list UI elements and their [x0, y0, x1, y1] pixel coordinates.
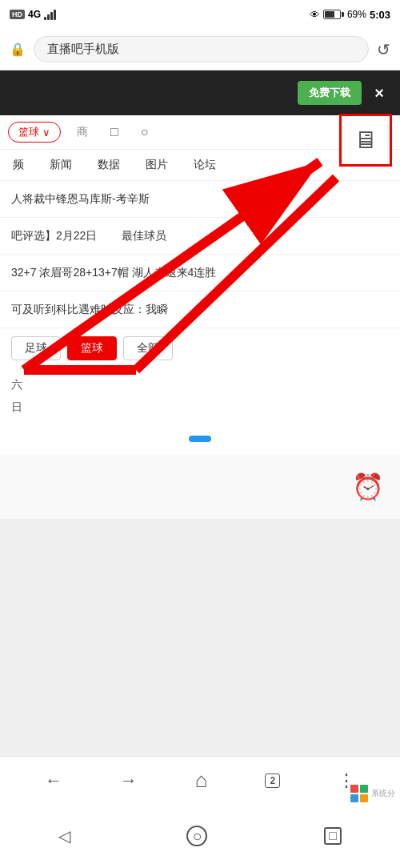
win-tile-yellow: [360, 794, 368, 802]
sport-filter-pill[interactable]: 篮球 ∨: [8, 122, 61, 143]
win-tile-green: [360, 785, 368, 793]
nav-tab-icon1[interactable]: □: [104, 123, 125, 142]
nav-tabs-btn[interactable]: 2: [265, 774, 280, 788]
refresh-icon[interactable]: ↺: [377, 40, 390, 59]
free-download-btn[interactable]: 免费下载: [298, 81, 362, 105]
nav-tab-shop[interactable]: 商: [70, 123, 94, 142]
alarm-area: ⏰: [0, 455, 400, 519]
win-tile-red: [350, 785, 358, 793]
status-right: 👁 69% 5:03: [310, 9, 390, 21]
signal-bar-1: [44, 17, 46, 20]
close-btn[interactable]: ×: [368, 81, 390, 106]
filter-tab-basketball[interactable]: 篮球: [67, 336, 117, 360]
top-banner: 免费下载 ×: [0, 70, 400, 115]
menu-item-forum[interactable]: 论坛: [181, 150, 229, 180]
desktop-icon-box[interactable]: 🖥: [339, 114, 392, 167]
android-bar: ◁ ○ □: [0, 804, 400, 868]
news-item-3[interactable]: 32+7 浓眉哥28+13+7帽 湖人击退来4连胜: [0, 255, 400, 291]
eye-icon: 👁: [310, 9, 320, 21]
signal-bar-4: [54, 10, 56, 20]
alarm-icon: ⏰: [352, 472, 384, 502]
news-list: 人将裁中锋恩马库斯-考辛斯 吧评选】2月22日 最佳球员 32+7 浓眉哥28+…: [0, 181, 400, 328]
bottom-nav: ← → ⌂ 2 ⋮: [0, 756, 400, 804]
win-logo: [350, 785, 368, 802]
watermark: 系统分: [350, 785, 395, 802]
pill-arrow: ∨: [42, 127, 50, 139]
watermark-text: 系统分: [371, 788, 395, 799]
status-left: HD 4G: [10, 9, 56, 20]
nav-tab-icon2[interactable]: ○: [134, 123, 155, 142]
nav-home-btn[interactable]: ⌂: [195, 768, 208, 793]
filter-tab-soccer[interactable]: 足球: [11, 336, 61, 360]
time: 5:03: [370, 9, 390, 21]
nav-back-btn[interactable]: ←: [45, 770, 62, 791]
battery-percent: 69%: [347, 9, 366, 20]
android-back-btn[interactable]: ◁: [58, 826, 70, 846]
blue-dot-container: [0, 423, 400, 455]
news-item-1[interactable]: 人将裁中锋恩马库斯-考辛斯: [0, 181, 400, 218]
signal-text: 4G: [28, 9, 41, 20]
desktop-icon: 🖥: [354, 127, 378, 154]
nav-forward-btn[interactable]: →: [120, 770, 138, 791]
filter-tabs: 足球 篮球 全部: [0, 328, 400, 368]
status-bar: HD 4G 👁 69% 5:03: [0, 0, 400, 29]
menu-item-news[interactable]: 新闻: [37, 150, 85, 180]
signal-bar-3: [50, 12, 53, 20]
signal-bar-2: [47, 14, 50, 20]
android-recents-btn[interactable]: □: [324, 827, 342, 845]
address-bar: 🔒 直播吧手机版 ↺: [0, 29, 400, 70]
hd-badge: HD: [10, 10, 25, 19]
calendar-labels: 六 日: [0, 368, 400, 423]
calendar-day-0: 日: [11, 396, 389, 418]
filter-tab-all[interactable]: 全部: [123, 336, 173, 360]
signal-bars: [44, 9, 56, 20]
android-home-btn[interactable]: ○: [186, 826, 207, 846]
menu-item-video[interactable]: 频: [0, 150, 37, 180]
blue-dot: [189, 436, 211, 442]
news-item-2[interactable]: 吧评选】2月22日 最佳球员: [0, 218, 400, 255]
address-input[interactable]: 直播吧手机版: [34, 36, 369, 62]
news-item-4[interactable]: 可及听到科比遇难时反应：我瞬: [0, 291, 400, 328]
pill-label: 篮球: [18, 125, 39, 139]
win-tile-blue: [350, 794, 358, 802]
menu-item-images[interactable]: 图片: [133, 150, 181, 180]
lock-icon: 🔒: [10, 42, 26, 57]
battery-icon: [323, 10, 344, 19]
menu-item-data[interactable]: 数据: [85, 150, 133, 180]
site-title: 直播吧手机版: [47, 42, 119, 57]
battery-tip: [342, 12, 344, 17]
battery-fill: [325, 11, 334, 18]
web-content: 免费下载 × 🖥 篮球 ∨ 商 □ ○ 频 新闻 数据 图片 论坛 人将裁中锋恩…: [0, 70, 400, 519]
calendar-day-6: 六: [11, 373, 389, 396]
